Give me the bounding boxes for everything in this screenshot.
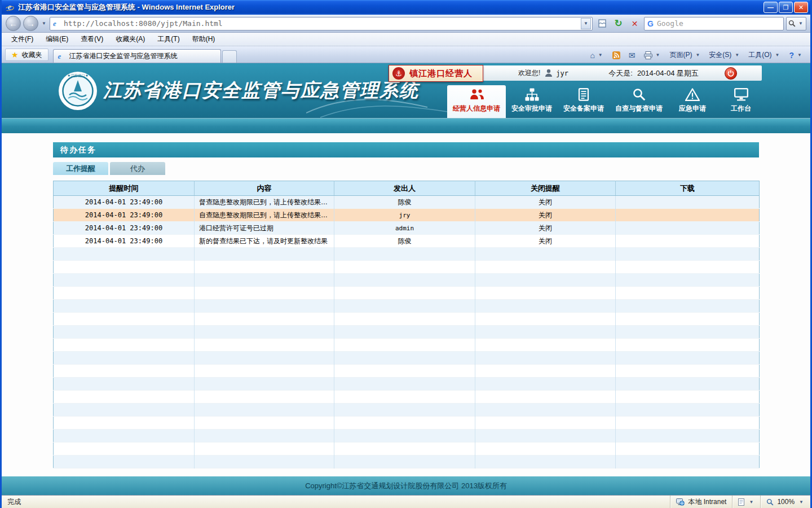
cell-content: 港口经营许可证号已过期 — [195, 222, 334, 235]
empty-cell — [334, 261, 475, 274]
empty-cell — [475, 326, 616, 339]
compatibility-view-icon[interactable] — [595, 16, 609, 30]
empty-cell — [475, 261, 616, 274]
address-input[interactable]: e http://localhost:8080/yjpt/Main.html ▼ — [50, 17, 593, 30]
address-dropdown-icon[interactable]: ▼ — [581, 18, 591, 29]
menu-item[interactable]: 收藏夹(A) — [109, 33, 151, 46]
table-row[interactable]: 2014-04-01 23:49:00港口经营许可证号已过期admin关闭 — [54, 222, 760, 235]
chevron-down-icon: ▼ — [798, 500, 805, 505]
tab-active[interactable]: e 江苏省港口安全监管与应急管理系统 — [53, 49, 221, 63]
new-tab-button[interactable] — [222, 50, 237, 63]
menu-item[interactable]: 帮助(H) — [186, 33, 222, 46]
panel-title: 待办任务 — [53, 142, 759, 157]
minimize-button[interactable]: — — [764, 2, 778, 13]
nav-item[interactable]: 经营人信息申请 — [447, 85, 506, 118]
reminder-table: 提醒时间内容发出人关闭提醒下载 2014-04-01 23:49:00督查隐患整… — [53, 181, 760, 468]
magnifier-icon — [632, 87, 646, 101]
forward-button[interactable]: → — [23, 16, 38, 31]
close-button[interactable]: ✕ — [794, 2, 808, 13]
tab-favicon: e — [58, 52, 66, 60]
date-label: 今天是: — [608, 68, 633, 78]
menu-item[interactable]: 工具(T) — [151, 33, 186, 46]
empty-cell — [54, 339, 195, 352]
table-row-empty — [54, 274, 760, 287]
close-reminder-link[interactable]: 关闭 — [475, 222, 616, 235]
search-dropdown-icon[interactable]: ▼ — [797, 21, 804, 26]
svg-text:★江苏港口★: ★江苏港口★ — [67, 73, 89, 78]
close-reminder-link[interactable]: 关闭 — [475, 209, 616, 222]
table-header-cell: 关闭提醒 — [475, 181, 616, 196]
nav-item[interactable]: 安全审批申请 — [506, 85, 558, 118]
tab-title: 江苏省港口安全监管与应急管理系统 — [69, 51, 178, 61]
table-row[interactable]: 2014-04-01 23:49:00新的督查结果已下达，请及时更新整改结果陈俊… — [54, 235, 760, 248]
nav-item[interactable]: 工作台 — [717, 85, 765, 118]
favorites-button[interactable]: ★ 收藏夹 — [5, 49, 48, 61]
panel-tab[interactable]: 代办 — [110, 162, 165, 175]
command-menu[interactable]: 页面(P)▼ — [665, 49, 705, 61]
search-input[interactable]: G Google — [644, 17, 784, 30]
panel-tab[interactable]: 工作提醒 — [53, 162, 108, 175]
close-reminder-link[interactable]: 关闭 — [475, 235, 616, 248]
empty-cell — [54, 287, 195, 300]
feeds-button[interactable] — [608, 50, 624, 60]
maximize-button[interactable]: ❐ — [779, 2, 793, 13]
empty-cell — [475, 274, 616, 287]
nav-item[interactable]: 安全备案申请 — [558, 85, 610, 118]
warning-icon — [685, 88, 700, 101]
intranet-icon — [676, 498, 685, 506]
table-row-empty — [54, 248, 760, 261]
search-placeholder[interactable]: Google — [657, 19, 780, 28]
empty-cell — [475, 456, 616, 468]
read-mail-button[interactable]: ✉ — [625, 50, 639, 61]
printer-icon — [644, 51, 652, 59]
chevron-down-icon: ▼ — [655, 52, 661, 58]
menu-item[interactable]: 文件(F) — [5, 33, 39, 46]
table-row-empty — [54, 326, 760, 339]
close-reminder-link[interactable]: 关闭 — [475, 196, 616, 209]
table-row-empty — [54, 352, 760, 365]
command-menu[interactable]: 安全(S)▼ — [705, 49, 744, 61]
command-bar-menus: 页面(P)▼安全(S)▼工具(O)▼ — [665, 49, 784, 61]
help-button[interactable]: ? ▼ — [785, 50, 807, 61]
table-row[interactable]: 2014-04-01 23:49:00自查隐患整改期限已到，请上传整改结果…jr… — [54, 209, 760, 222]
table-row-empty — [54, 430, 760, 443]
app-logo: ★江苏港口★ — [58, 71, 98, 112]
empty-cell — [616, 326, 760, 339]
refresh-button[interactable]: ↻ — [611, 16, 625, 30]
site-footer: Copyright©江苏省交通规划设计院股份有限公司 2013版权所有 — [2, 476, 810, 495]
table-row-empty — [54, 339, 760, 352]
table-row-empty — [54, 365, 760, 378]
protected-mode-segment[interactable]: ▼ — [732, 496, 760, 508]
table-header-row: 提醒时间内容发出人关闭提醒下载 — [54, 181, 760, 196]
empty-cell — [616, 339, 760, 352]
nav-item[interactable]: 应急申请 — [668, 85, 717, 118]
empty-cell — [475, 443, 616, 456]
address-url[interactable]: http://localhost:8080/yjpt/Main.html — [64, 19, 578, 28]
chevron-down-icon: ▼ — [796, 52, 803, 58]
rss-icon — [612, 51, 620, 59]
back-button[interactable]: ← — [6, 16, 21, 31]
ie-logo-icon: e — [5, 3, 14, 12]
stop-button[interactable]: ✕ — [628, 16, 642, 30]
empty-cell — [334, 313, 475, 326]
table-row[interactable]: 2014-04-01 23:49:00督查隐患整改期限已到，请上传整改结果…陈俊… — [54, 196, 760, 209]
home-button[interactable]: ⌂ ▼ — [586, 50, 607, 61]
zoom-control[interactable]: 100% ▼ — [760, 496, 810, 508]
empty-cell — [616, 261, 760, 274]
document-icon — [578, 88, 589, 101]
search-button[interactable]: ▼ — [786, 17, 806, 30]
operator-banner: ⚓ 镇江港口经营人 — [389, 65, 483, 82]
menu-item[interactable]: 查看(V) — [74, 33, 109, 46]
table-row-empty — [54, 443, 760, 456]
print-button[interactable]: ▼ — [640, 50, 665, 60]
nav-item-label: 经营人信息申请 — [453, 104, 500, 113]
logout-button[interactable] — [725, 67, 737, 80]
menu-item[interactable]: 编辑(E) — [39, 33, 74, 46]
empty-cell — [334, 287, 475, 300]
table-header-cell: 下载 — [616, 181, 760, 196]
empty-cell — [195, 300, 334, 313]
command-menu[interactable]: 工具(O)▼ — [744, 49, 784, 61]
page-icon: e — [53, 20, 61, 28]
nav-item[interactable]: 自查与督查申请 — [610, 85, 668, 118]
history-dropdown-icon[interactable]: ▼ — [41, 21, 47, 26]
